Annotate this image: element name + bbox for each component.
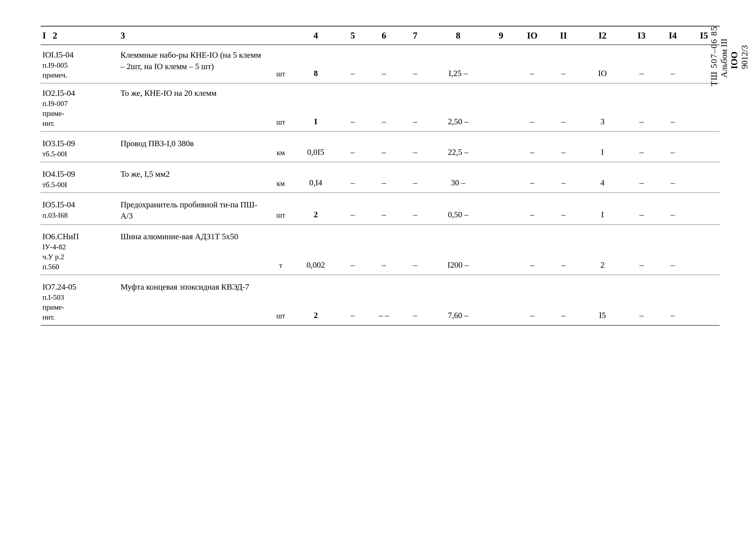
col-header-11: II [548, 26, 579, 45]
row-c13: – [626, 83, 657, 132]
row-c12: IO [579, 45, 626, 83]
row-c13: – [626, 132, 657, 162]
row-c15 [688, 193, 719, 225]
row-c15 [688, 83, 719, 132]
row-c9 [485, 193, 517, 225]
row-c8: 0,50 – [431, 193, 486, 225]
row-c12: I5 [579, 275, 626, 325]
table-row: IO5.I5-04 п.03-I68 Предохранитель пробив… [41, 193, 719, 225]
row-c10: – [517, 225, 548, 275]
table-row: IO6.СНиП IУ-4-82 ч.У р.2 п.560 Шина алюм… [41, 225, 719, 275]
row-c12: 3 [579, 83, 626, 132]
row-c7: – [399, 83, 431, 132]
row-c8: 30 – [431, 162, 486, 193]
row-c14: – [657, 275, 688, 325]
row-c12: 4 [579, 162, 626, 193]
row-c13: – [626, 193, 657, 225]
row-desc: Шина алюминие-вая АДЗ1Т 5х50 [119, 225, 267, 275]
row-c9 [485, 225, 517, 275]
row-c9 [485, 83, 517, 132]
row-ref: IO4.I5-09 тб.5-00I [41, 162, 119, 193]
side-drawing-ref: 9012/3 [740, 26, 749, 69]
row-c15 [688, 275, 719, 325]
row-c14: – [657, 83, 688, 132]
row-c10: – [517, 83, 548, 132]
row-c14: – [657, 162, 688, 193]
row-c6: – [368, 162, 399, 193]
side-panel: ТШ 507–06 85 Альбом III IOO 9012/3 [709, 26, 749, 86]
page: I 2 3 4 5 6 7 8 9 IO II I2 I3 I4 I5 [0, 0, 756, 534]
row-c12: I [579, 193, 626, 225]
row-c4: 2 [294, 193, 337, 225]
col-header-6: 6 [368, 26, 399, 45]
row-c4: 0,0I5 [294, 132, 337, 162]
row-c12: I [579, 132, 626, 162]
row-c7: – [399, 162, 431, 193]
row-c4: 0,002 [294, 225, 337, 275]
row-c11: – [548, 193, 579, 225]
col-header-13: I3 [626, 26, 657, 45]
row-c4: 2 [294, 275, 337, 325]
row-c15 [688, 225, 719, 275]
row-c5: – [337, 193, 368, 225]
row-c5: – [337, 83, 368, 132]
row-c14: – [657, 193, 688, 225]
table-row: IO4.I5-09 тб.5-00I То же, I,5 мм2 км 0,I… [41, 162, 719, 193]
row-c14: – [657, 45, 688, 83]
row-c4: I [294, 83, 337, 132]
row-c5: – [337, 275, 368, 325]
row-c11: – [548, 275, 579, 325]
row-c13: – [626, 225, 657, 275]
row-ref: IOI.I5-04 п.I9-005 примеч. [41, 45, 119, 83]
row-c6: – [368, 83, 399, 132]
row-c6: – – [368, 275, 399, 325]
row-unit: шт [267, 83, 294, 132]
row-c6: – [368, 193, 399, 225]
row-c9 [485, 45, 517, 83]
row-c9 [485, 162, 517, 193]
row-c8: 22,5 – [431, 132, 486, 162]
table-container: I 2 3 4 5 6 7 8 9 IO II I2 I3 I4 I5 [41, 26, 719, 326]
col-header-10: IO [517, 26, 548, 45]
row-c11: – [548, 83, 579, 132]
main-table: I 2 3 4 5 6 7 8 9 IO II I2 I3 I4 I5 [41, 26, 719, 326]
row-c15 [688, 132, 719, 162]
col-header-1: I 2 [41, 26, 119, 45]
row-c9 [485, 132, 517, 162]
side-album: Альбом III [719, 26, 729, 78]
row-c10: – [517, 45, 548, 83]
table-row: IO2.I5-04 п.I9-007 приме- нит. То же, КН… [41, 83, 719, 132]
row-c7: – [399, 45, 431, 83]
row-c5: – [337, 225, 368, 275]
row-c8: I200 – [431, 225, 486, 275]
col-header-3 [267, 26, 294, 45]
row-c8: 7,60 – [431, 275, 486, 325]
col-header-2: 3 [119, 26, 267, 45]
row-c6: – [368, 132, 399, 162]
row-c7: – [399, 193, 431, 225]
row-c13: – [626, 275, 657, 325]
col-header-4: 4 [294, 26, 337, 45]
col-header-7: 7 [399, 26, 431, 45]
row-c11: – [548, 225, 579, 275]
row-c11: – [548, 132, 579, 162]
row-c13: – [626, 162, 657, 193]
row-c5: – [337, 45, 368, 83]
row-c6: – [368, 225, 399, 275]
table-row: IOI.I5-04 п.I9-005 примеч. Клеммные набо… [41, 45, 719, 83]
row-c11: – [548, 45, 579, 83]
row-ref: IO6.СНиП IУ-4-82 ч.У р.2 п.560 [41, 225, 119, 275]
row-c8: 2,50 – [431, 83, 486, 132]
row-c13: – [626, 45, 657, 83]
row-desc: Клеммные набо-ры КНЕ-IO (на 5 клемм – 2ш… [119, 45, 267, 83]
row-c4: 8 [294, 45, 337, 83]
row-c10: – [517, 162, 548, 193]
bottom-border-row [41, 325, 719, 326]
row-desc: Предохранитель пробивной ти-па ПШ-А/3 [119, 193, 267, 225]
side-page-number: IOO [729, 26, 740, 69]
row-c5: – [337, 132, 368, 162]
row-desc: То же, КНЕ-IO на 20 клемм [119, 83, 267, 132]
row-unit: шт [267, 193, 294, 225]
row-c7: – [399, 275, 431, 325]
row-ref: IO5.I5-04 п.03-I68 [41, 193, 119, 225]
